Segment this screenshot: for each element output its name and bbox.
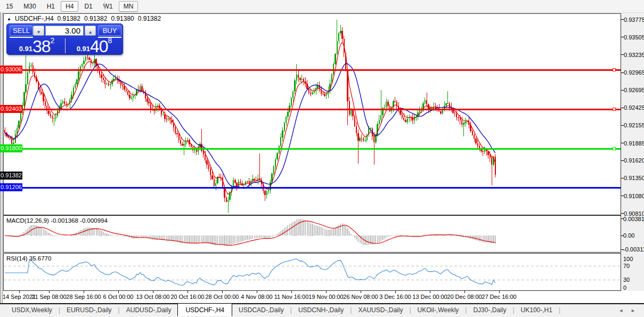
bid-price-pips: 38 (32, 38, 51, 54)
tab-usdx-weekly[interactable]: USDX,Weekly (5, 304, 59, 315)
price-tick-label: 0.92695 (624, 86, 644, 94)
chart-header: ▲ USDCHF-,H4 0.91382 0.91382 0.91380 0.9… (7, 15, 161, 22)
price-tick-label: 0.91080 (624, 192, 644, 200)
chart-tabs: USDX,Weekly|EURUSD-,Daily|AUDUSD-,DailyU… (0, 304, 644, 316)
tab-audusd-daily[interactable]: AUDUSD-,Daily (120, 304, 178, 315)
mt4-terminal: 15M30H1H4D1W1MN 0.937750.935050.932350.9… (0, 0, 644, 317)
tab-xauusd-daily[interactable]: XAUUSD-,Daily (352, 304, 409, 315)
tab-eurusd-daily[interactable]: EURUSD-,Daily (60, 304, 118, 315)
macd-scale-label: 0.003811 (623, 215, 644, 223)
price-tick-label: 0.90810 (624, 210, 644, 217)
price-tick-label: 0.91885 (624, 140, 644, 147)
rsi-scale-label: 70 (623, 262, 630, 270)
spinner-down-icon: ▼ (37, 30, 41, 35)
sell-button[interactable]: SELL (10, 25, 33, 36)
bid-ask-divider (65, 38, 66, 53)
tab-uk100-h1[interactable]: UK100-,H1 (515, 304, 559, 315)
timeframe-toolbar: 15M30H1H4D1W1MN (0, 0, 644, 13)
rsi-scale-label: 100 (623, 255, 633, 263)
timeframe-buttons: 15M30H1H4D1W1MN (0, 0, 644, 12)
rsi-panel[interactable] (3, 253, 621, 291)
ask-price-point: 8 (108, 36, 112, 45)
tabs-scroll-left-icon[interactable]: ◄ (618, 308, 623, 313)
one-click-trading-panel: SELL ▼ ▲ BUY 0.91 38 2 0.91 40 8 (6, 23, 123, 55)
tab-usdchf-h4[interactable]: USDCHF-,H4 (177, 303, 232, 316)
spinner-up-icon: ▲ (88, 30, 93, 35)
tab-ukoil-weekly[interactable]: UKOil-,Weekly (411, 304, 466, 315)
price-tick-label: 0.91350 (624, 174, 644, 182)
timeframe-button-d1[interactable]: D1 (79, 1, 97, 12)
timeframe-button-15[interactable]: 15 (1, 1, 18, 12)
macd-indicator-label: MACD(12,26,9) -0.001368 -0.000994 (6, 217, 108, 224)
ohlc-close: 0.91382 (138, 15, 161, 22)
price-tick-label: 0.91620 (624, 157, 644, 164)
rsi-indicator-label: RSI(14) 35.6770 (6, 255, 51, 262)
rsi-scale-label: 0 (623, 284, 626, 291)
ask-price[interactable]: 0.91 40 8 (67, 37, 122, 54)
timeframe-button-m30[interactable]: M30 (19, 1, 40, 12)
ohlc-low: 0.91380 (111, 15, 134, 22)
timeframe-button-mn[interactable]: MN (119, 1, 138, 12)
bid-price[interactable]: 0.91 38 2 (9, 37, 64, 54)
volume-input[interactable] (45, 26, 84, 36)
macd-scale-label: -0.003115 (623, 246, 644, 253)
price-tick-label: 0.93505 (624, 34, 644, 41)
tab-dj30-daily[interactable]: DJ30-,Daily (467, 304, 512, 315)
price-tick-label: 0.92155 (624, 121, 644, 129)
price-tick-label: 0.92425 (624, 104, 644, 111)
price-tick-label: 0.92965 (624, 69, 644, 76)
timeframe-button-h1[interactable]: H1 (42, 1, 60, 12)
bid-price-major: 0.91 (19, 45, 32, 53)
collapse-icon[interactable]: ▲ (7, 17, 11, 21)
macd-scale-label: 0.00 (623, 232, 634, 239)
toolbar-separator (104, 2, 105, 10)
ohlc-high: 0.91382 (84, 15, 107, 22)
ohlc-open: 0.91382 (58, 15, 80, 22)
time-axis[interactable] (3, 291, 644, 303)
rsi-scale-label: 30 (623, 276, 630, 283)
price-tick-label: 0.93775 (624, 16, 644, 23)
tab-usdcad-daily[interactable]: USDCAD-,Daily (232, 304, 290, 315)
chart-tab-bar: USDX,Weekly|EURUSD-,Daily|AUDUSD-,DailyU… (0, 303, 644, 317)
chart-symbol-period: USDCHF-,H4 (15, 15, 54, 22)
buy-button[interactable]: BUY (98, 25, 121, 36)
timeframe-button-h4[interactable]: H4 (61, 1, 78, 12)
timeframe-button-w1[interactable]: W1 (99, 1, 118, 12)
tab-usdcnh-daily[interactable]: USDCNH-,Daily (292, 304, 350, 315)
bid-price-point: 2 (51, 36, 55, 45)
ask-price-major: 0.91 (77, 45, 90, 53)
ask-price-pips: 40 (90, 38, 108, 54)
tabs-scroll-right-icon[interactable]: ► (631, 308, 635, 313)
tab-divider: | (559, 304, 560, 315)
volume-increase-button[interactable]: ▲ (85, 26, 96, 36)
window-frame-left (0, 12, 3, 317)
tab-scroll-arrows: ◄ ► (618, 308, 635, 313)
price-tick-label: 0.93235 (624, 51, 644, 59)
volume-decrease-button[interactable]: ▼ (33, 26, 44, 36)
